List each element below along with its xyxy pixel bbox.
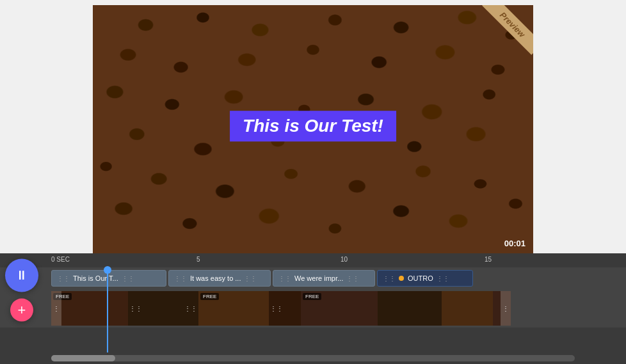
video-clip-4[interactable]: ⋮⋮: [269, 291, 301, 326]
free-badge-5: FREE: [303, 293, 321, 300]
clip-2-right-icon: ⋮⋮: [184, 305, 197, 312]
video-clip-3[interactable]: FREE: [198, 291, 269, 326]
timeline-ruler: 0 SEC 5 10 15: [0, 253, 626, 267]
timeline-area: ⏸ + 0 SEC 5 10 15: [0, 253, 626, 364]
ruler-mark-15: 15: [485, 256, 492, 263]
video-clip-handle-right-8[interactable]: ⋮: [501, 291, 511, 326]
tracks-container: ⋮⋮ This is Our T... ⋮⋮ ⋮⋮ It was easy to…: [0, 267, 626, 352]
clip-handle-right-2: ⋮⋮: [244, 275, 257, 282]
clip-handle-left-1: ⋮⋮: [57, 275, 70, 282]
text-clip-3[interactable]: ⋮⋮ We were impr... ⋮⋮: [273, 270, 375, 287]
clip-handle-left-2: ⋮⋮: [174, 275, 187, 282]
video-clip-6[interactable]: [378, 291, 442, 326]
ruler-mark-5: 5: [197, 256, 200, 263]
clip-2-left-icon: ⋮⋮: [129, 305, 142, 312]
video-timestamp: 00:01: [504, 239, 526, 248]
outro-dot: [399, 276, 404, 281]
preview-badge-container: Preview: [476, 5, 533, 63]
video-clip-2[interactable]: ⋮⋮ ⋮⋮: [128, 291, 198, 326]
ruler-mark-0sec: 0 SEC: [51, 256, 70, 263]
video-wrapper: This is Our Test! Preview 00:01: [93, 5, 533, 253]
clip-4-left-icon: ⋮⋮: [270, 305, 283, 312]
text-clip-4-outro[interactable]: ⋮⋮ OUTRO ⋮⋮: [377, 270, 473, 287]
preview-badge: Preview: [482, 5, 533, 55]
free-badge-3: FREE: [200, 293, 219, 300]
ruler-track: 0 SEC 5 10 15: [51, 253, 626, 267]
text-clips-row: ⋮⋮ This is Our T... ⋮⋮ ⋮⋮ It was easy to…: [51, 267, 473, 289]
clip-handle-left-4: ⋮⋮: [383, 275, 396, 282]
clip-handle-right-1: ⋮⋮: [122, 275, 134, 282]
video-area: This is Our Test! Preview 00:01: [0, 0, 626, 253]
clip-handle-right-4: ⋮⋮: [437, 275, 449, 282]
text-clip-2-label: It was easy to ...: [190, 274, 241, 282]
text-clip-1[interactable]: ⋮⋮ This is Our T... ⋮⋮: [51, 270, 166, 287]
scrollbar-thumb[interactable]: [51, 355, 115, 361]
video-clip-7[interactable]: [442, 291, 493, 326]
timeline-scrollbar[interactable]: [51, 355, 575, 361]
app-container: This is Our Test! Preview 00:01 ⏸ + 0 SE…: [0, 0, 626, 364]
timeline-full: 0 SEC 5 10 15 ⋮⋮ This is Our: [0, 253, 626, 364]
text-clip-4-label: OUTRO: [408, 274, 433, 282]
video-track: FREE ⋮ ⋮⋮ ⋮⋮ FREE: [0, 289, 626, 328]
text-clip-2[interactable]: ⋮⋮ It was easy to ... ⋮⋮: [168, 270, 271, 287]
video-clip-1[interactable]: FREE ⋮: [51, 291, 128, 326]
ruler-mark-10: 10: [341, 256, 348, 263]
video-clip-handle-left-1[interactable]: ⋮: [51, 291, 61, 326]
clip-handle-right-3: ⋮⋮: [346, 275, 359, 282]
clip-handle-left-3: ⋮⋮: [278, 275, 291, 282]
video-clip-8[interactable]: ⋮: [493, 291, 511, 326]
text-clip-3-label: We were impr...: [294, 274, 343, 282]
video-preview[interactable]: This is Our Test! Preview 00:01: [93, 5, 533, 253]
add-clip-button[interactable]: +: [10, 298, 33, 321]
text-clip-1-label: This is Our T...: [73, 274, 118, 282]
video-clip-5[interactable]: FREE: [301, 291, 378, 326]
side-controls: ⏸ +: [5, 258, 38, 321]
video-text-overlay: This is Our Test!: [230, 111, 396, 141]
play-pause-button[interactable]: ⏸: [5, 258, 38, 292]
video-clips-row: FREE ⋮ ⋮⋮ ⋮⋮ FREE: [51, 291, 511, 326]
text-track: ⋮⋮ This is Our T... ⋮⋮ ⋮⋮ It was easy to…: [0, 267, 626, 289]
